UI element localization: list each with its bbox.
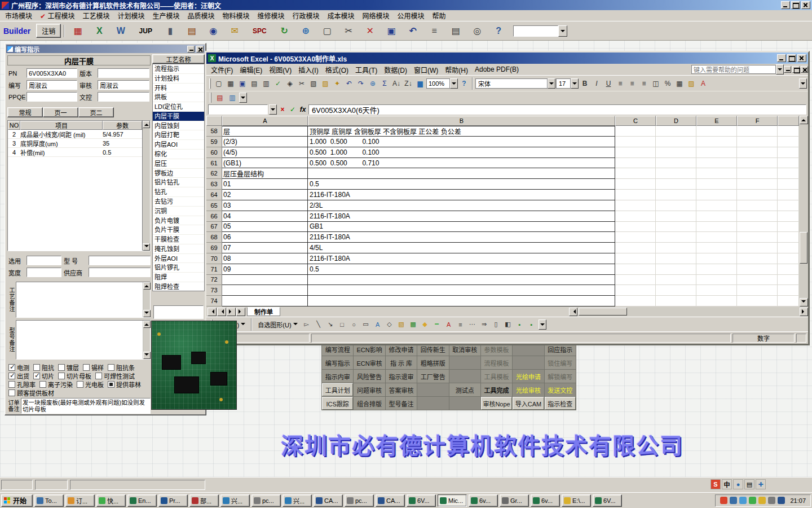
workbook-close-button[interactable] [801, 66, 808, 73]
refresh-icon[interactable]: ↻ [274, 23, 294, 38]
sort-asc-icon[interactable]: A↓ [391, 78, 402, 89]
cell-e[interactable] [696, 222, 737, 233]
module-button[interactable]: ICS跟踪 [322, 397, 353, 410]
cell-g[interactable] [778, 200, 799, 211]
cell-b[interactable]: 0.5 [308, 179, 615, 190]
tray-icon-2[interactable] [730, 497, 737, 504]
align-center-button[interactable]: ≡ [626, 78, 638, 89]
row-header[interactable]: 69 [206, 243, 222, 253]
chevron-down-icon[interactable] [776, 64, 784, 75]
cell-g[interactable] [778, 285, 799, 296]
cell-c[interactable] [615, 222, 656, 233]
cell-g[interactable] [778, 126, 799, 137]
custom-green-icon-2[interactable]: ▪ [527, 319, 537, 330]
cell-f[interactable] [737, 158, 778, 169]
checkbox[interactable] [108, 381, 114, 388]
cell-b[interactable] [308, 275, 615, 286]
taskbar-item[interactable]: 6V... [407, 494, 436, 507]
table-row[interactable]: 2 成品最小线宽/间距 (mil) 5/4.957 [8, 130, 142, 139]
module-button[interactable]: 测试点 [449, 383, 480, 396]
clipart-icon[interactable]: ▧ [396, 319, 407, 330]
checkbox[interactable] [8, 389, 15, 396]
cell-a[interactable]: 09 [222, 264, 308, 275]
checkbox-option[interactable]: 镀层 [58, 363, 79, 372]
autosum-icon[interactable]: Σ [379, 78, 390, 89]
font-name-combobox[interactable]: 宋体 [475, 78, 555, 89]
cell-e[interactable] [696, 147, 737, 158]
chart-icon[interactable]: ▆ [414, 78, 426, 89]
module-button[interactable]: 型号备注 [386, 397, 417, 410]
module-button[interactable] [417, 383, 448, 396]
cell-e[interactable] [696, 275, 737, 286]
cell-e[interactable] [696, 137, 737, 147]
row-header[interactable]: 59 [206, 137, 222, 147]
checkbox[interactable] [33, 373, 40, 379]
new-icon[interactable]: ▢ [213, 78, 224, 89]
cell-b[interactable] [308, 168, 615, 179]
taskbar-item[interactable]: CA... [314, 494, 343, 507]
font-color-button[interactable]: A [698, 78, 709, 89]
cell-f[interactable] [737, 190, 778, 200]
checkbox[interactable] [58, 364, 65, 371]
process-item[interactable]: 烘板 [153, 93, 204, 102]
cell-a[interactable]: 01 [222, 179, 308, 190]
taskbar-item[interactable]: En... [127, 494, 157, 507]
cell-a[interactable] [222, 285, 308, 296]
use-field[interactable] [27, 256, 61, 265]
scroll-down-icon[interactable] [143, 310, 151, 317]
cell-f[interactable] [737, 253, 778, 264]
scrollbar-track[interactable] [577, 307, 800, 316]
print-area-icon[interactable]: ▤ [214, 92, 226, 103]
cell-g[interactable] [778, 168, 799, 179]
cell-b[interactable]: 0.500 0.500 0.710 [308, 158, 615, 169]
module-button[interactable]: 锁住编写 [545, 356, 576, 369]
cell-c[interactable] [615, 147, 656, 158]
cell-b[interactable] [308, 285, 615, 296]
cell-a[interactable]: 03 [222, 200, 308, 211]
fill-color-icon[interactable]: ◆ [420, 319, 430, 330]
cell-a[interactable] [222, 275, 308, 286]
module-button[interactable] [449, 397, 480, 410]
research-icon[interactable]: ◈ [284, 78, 295, 89]
cell-a[interactable]: 05 [222, 222, 308, 233]
logout-button[interactable]: 注销 [36, 24, 61, 38]
ime-tools-icon[interactable]: ✚ [756, 479, 766, 489]
cell-d[interactable] [656, 147, 696, 158]
select-all-corner[interactable] [206, 116, 222, 126]
row-header[interactable]: 67 [206, 222, 222, 233]
cell-d[interactable] [656, 126, 696, 137]
checkbox[interactable] [95, 373, 102, 379]
column-header[interactable]: D [656, 116, 696, 126]
process-item[interactable]: 外层AOI [153, 254, 204, 264]
paste-icon[interactable]: ▨ [320, 78, 331, 89]
column-header[interactable]: A [222, 116, 308, 126]
cell-c[interactable] [615, 200, 656, 211]
scroll-up-icon[interactable] [143, 321, 151, 328]
bold-button[interactable]: B [579, 78, 590, 89]
toolbar-options-icon[interactable] [799, 78, 807, 89]
cell-d[interactable] [656, 158, 696, 169]
diagram-icon[interactable]: ◇ [385, 319, 395, 330]
tray-icon-5[interactable] [758, 497, 766, 504]
minimize-button[interactable] [777, 54, 786, 62]
font-size-combobox[interactable]: 17 [556, 78, 579, 89]
preview-icon[interactable]: ▥ [261, 78, 272, 89]
mail-icon[interactable]: ✉ [224, 23, 245, 38]
supplier-field[interactable] [89, 268, 151, 277]
cell-g[interactable] [778, 137, 799, 147]
cell-e[interactable] [696, 285, 737, 296]
row-header[interactable]: 63 [206, 179, 222, 190]
taskbar-item[interactable]: Gr... [500, 494, 529, 507]
open-icon[interactable]: ▦ [225, 78, 236, 89]
tray-icon-4[interactable] [749, 497, 756, 504]
row-header[interactable]: 71 [206, 264, 222, 275]
redo-icon[interactable]: ↷ [355, 78, 367, 89]
cell-d[interactable] [656, 296, 696, 306]
list-icon[interactable]: ≡ [424, 23, 444, 38]
menu-item[interactable]: 工程模块 [36, 10, 78, 21]
zoom-combobox[interactable]: 100% [426, 78, 458, 89]
cell-b[interactable]: 2/3L [308, 200, 615, 211]
process-item[interactable]: 铝片锣孔 [153, 263, 204, 273]
start-button[interactable]: 开始 [1, 494, 33, 507]
cell-g[interactable] [778, 232, 799, 243]
